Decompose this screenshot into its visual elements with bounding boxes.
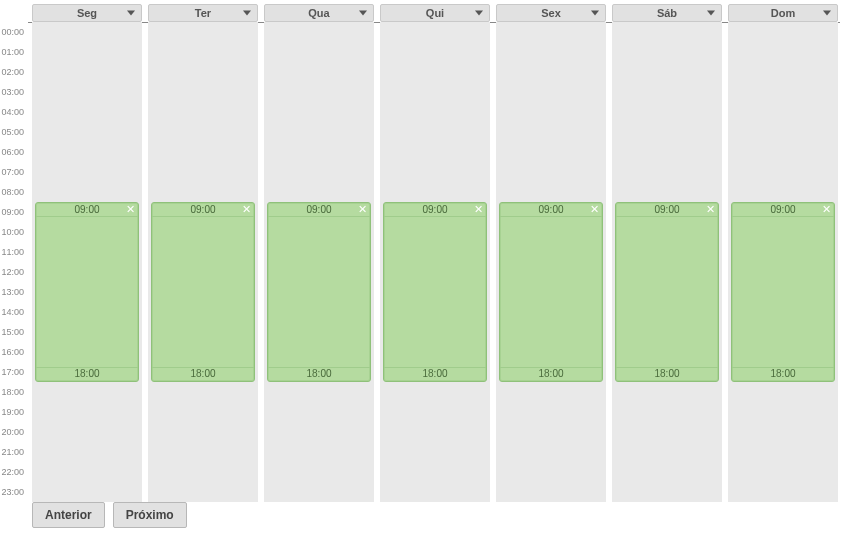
event-start-label: 09:00 bbox=[384, 203, 486, 217]
event-start-label: 09:00 bbox=[500, 203, 602, 217]
time-block[interactable]: 09:00✕18:00 bbox=[383, 202, 487, 382]
hour-label: 01:00 bbox=[0, 42, 28, 62]
time-block[interactable]: 09:00✕18:00 bbox=[151, 202, 255, 382]
hour-label: 08:00 bbox=[0, 182, 28, 202]
event-start-row: 09:00 bbox=[732, 203, 834, 217]
event-end-row: 18:00 bbox=[152, 367, 254, 381]
event-end-label: 18:00 bbox=[152, 367, 254, 381]
time-block[interactable]: 09:00✕18:00 bbox=[267, 202, 371, 382]
event-start-row: 09:00 bbox=[268, 203, 370, 217]
hour-label: 02:00 bbox=[0, 62, 28, 82]
event-start-row: 09:00 bbox=[500, 203, 602, 217]
hour-label: 16:00 bbox=[0, 342, 28, 362]
day-header[interactable]: Ter bbox=[148, 4, 258, 22]
hour-label: 22:00 bbox=[0, 462, 28, 482]
hour-label: 11:00 bbox=[0, 242, 28, 262]
day-header-label: Seg bbox=[77, 7, 97, 19]
day-header[interactable]: Seg bbox=[32, 4, 142, 22]
chevron-down-icon[interactable] bbox=[243, 11, 251, 16]
day-header[interactable]: Qui bbox=[380, 4, 490, 22]
hour-label: 07:00 bbox=[0, 162, 28, 182]
hour-label: 09:00 bbox=[0, 202, 28, 222]
close-icon[interactable]: ✕ bbox=[358, 204, 367, 215]
day-body[interactable]: 09:00✕18:00 bbox=[264, 22, 374, 502]
footer-buttons: Anterior Próximo bbox=[32, 502, 187, 528]
time-block[interactable]: 09:00✕18:00 bbox=[499, 202, 603, 382]
hour-label: 05:00 bbox=[0, 122, 28, 142]
day-column: Ter09:00✕18:00 bbox=[148, 4, 258, 502]
day-column: Qua09:00✕18:00 bbox=[264, 4, 374, 502]
chevron-down-icon[interactable] bbox=[707, 11, 715, 16]
hour-label: 18:00 bbox=[0, 382, 28, 402]
event-end-label: 18:00 bbox=[384, 367, 486, 381]
hour-label: 21:00 bbox=[0, 442, 28, 462]
event-end-row: 18:00 bbox=[500, 367, 602, 381]
hour-label: 17:00 bbox=[0, 362, 28, 382]
chevron-down-icon[interactable] bbox=[591, 11, 599, 16]
hour-label: 20:00 bbox=[0, 422, 28, 442]
event-start-row: 09:00 bbox=[152, 203, 254, 217]
close-icon[interactable]: ✕ bbox=[474, 204, 483, 215]
close-icon[interactable]: ✕ bbox=[242, 204, 251, 215]
chevron-down-icon[interactable] bbox=[475, 11, 483, 16]
day-header-label: Qui bbox=[426, 7, 444, 19]
hour-label: 15:00 bbox=[0, 322, 28, 342]
day-body[interactable]: 09:00✕18:00 bbox=[728, 22, 838, 502]
day-column: Sex09:00✕18:00 bbox=[496, 4, 606, 502]
time-block[interactable]: 09:00✕18:00 bbox=[731, 202, 835, 382]
hour-label: 10:00 bbox=[0, 222, 28, 242]
day-header-label: Sex bbox=[541, 7, 561, 19]
hour-label: 23:00 bbox=[0, 482, 28, 502]
day-header-label: Ter bbox=[195, 7, 211, 19]
hour-label: 12:00 bbox=[0, 262, 28, 282]
day-header[interactable]: Qua bbox=[264, 4, 374, 22]
prev-button[interactable]: Anterior bbox=[32, 502, 105, 528]
day-body[interactable]: 09:00✕18:00 bbox=[612, 22, 722, 502]
hour-label: 13:00 bbox=[0, 282, 28, 302]
hour-label: 06:00 bbox=[0, 142, 28, 162]
hour-label: 04:00 bbox=[0, 102, 28, 122]
close-icon[interactable]: ✕ bbox=[822, 204, 831, 215]
close-icon[interactable]: ✕ bbox=[706, 204, 715, 215]
day-body[interactable]: 09:00✕18:00 bbox=[148, 22, 258, 502]
next-button[interactable]: Próximo bbox=[113, 502, 187, 528]
day-header[interactable]: Sex bbox=[496, 4, 606, 22]
chevron-down-icon[interactable] bbox=[127, 11, 135, 16]
event-end-row: 18:00 bbox=[268, 367, 370, 381]
event-end-row: 18:00 bbox=[36, 367, 138, 381]
day-column: Seg09:00✕18:00 bbox=[32, 4, 142, 502]
event-start-row: 09:00 bbox=[384, 203, 486, 217]
close-icon[interactable]: ✕ bbox=[590, 204, 599, 215]
time-block[interactable]: 09:00✕18:00 bbox=[35, 202, 139, 382]
time-block[interactable]: 09:00✕18:00 bbox=[615, 202, 719, 382]
event-end-row: 18:00 bbox=[384, 367, 486, 381]
event-end-label: 18:00 bbox=[36, 367, 138, 381]
event-end-row: 18:00 bbox=[616, 367, 718, 381]
event-start-row: 09:00 bbox=[36, 203, 138, 217]
day-header[interactable]: Sáb bbox=[612, 4, 722, 22]
day-body[interactable]: 09:00✕18:00 bbox=[380, 22, 490, 502]
hour-label: 00:00 bbox=[0, 22, 28, 42]
event-start-label: 09:00 bbox=[732, 203, 834, 217]
event-start-label: 09:00 bbox=[152, 203, 254, 217]
chevron-down-icon[interactable] bbox=[823, 11, 831, 16]
close-icon[interactable]: ✕ bbox=[126, 204, 135, 215]
time-gutter: 00:0001:0002:0003:0004:0005:0006:0007:00… bbox=[0, 22, 28, 502]
event-start-label: 09:00 bbox=[268, 203, 370, 217]
event-end-label: 18:00 bbox=[732, 367, 834, 381]
day-header-label: Dom bbox=[771, 7, 795, 19]
event-end-label: 18:00 bbox=[616, 367, 718, 381]
chevron-down-icon[interactable] bbox=[359, 11, 367, 16]
hour-label: 03:00 bbox=[0, 82, 28, 102]
day-body[interactable]: 09:00✕18:00 bbox=[32, 22, 142, 502]
event-end-row: 18:00 bbox=[732, 367, 834, 381]
hour-label: 14:00 bbox=[0, 302, 28, 322]
day-column: Dom09:00✕18:00 bbox=[728, 4, 838, 502]
event-start-label: 09:00 bbox=[616, 203, 718, 217]
day-columns: Seg09:00✕18:00Ter09:00✕18:00Qua09:00✕18:… bbox=[32, 4, 838, 502]
day-body[interactable]: 09:00✕18:00 bbox=[496, 22, 606, 502]
event-end-label: 18:00 bbox=[268, 367, 370, 381]
day-header-label: Qua bbox=[308, 7, 329, 19]
event-start-row: 09:00 bbox=[616, 203, 718, 217]
day-header[interactable]: Dom bbox=[728, 4, 838, 22]
